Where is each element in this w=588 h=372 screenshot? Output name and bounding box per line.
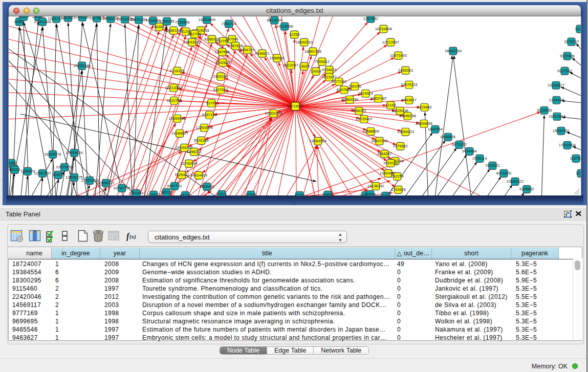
svg-text:7663822: 7663822: [152, 25, 167, 29]
svg-text:85200: 85200: [180, 193, 191, 196]
svg-text:7515546: 7515546: [175, 20, 190, 25]
svg-text:9227342: 9227342: [557, 69, 572, 73]
svg-text:19654988: 19654988: [168, 116, 185, 121]
svg-text:18807249: 18807249: [371, 139, 388, 143]
svg-text:3984067: 3984067: [377, 151, 392, 156]
svg-text:7955812: 7955812: [315, 59, 330, 64]
svg-text:1624514: 1624514: [358, 91, 373, 96]
svg-text:1292344: 1292344: [129, 191, 144, 195]
svg-text:9427512: 9427512: [213, 87, 228, 92]
svg-text:6466160: 6466160: [103, 16, 118, 21]
svg-text:6979197: 6979197: [452, 142, 467, 147]
svg-text:12353594: 12353594: [195, 125, 212, 130]
svg-text:16210643: 16210643: [549, 114, 565, 119]
svg-text:7986372: 7986372: [352, 108, 366, 113]
svg-text:9657791: 9657791: [167, 184, 182, 188]
svg-text:12033877: 12033877: [548, 83, 564, 87]
svg-text:12160: 12160: [385, 103, 396, 107]
svg-text:1063527: 1063527: [60, 16, 75, 20]
svg-text:93209: 93209: [18, 16, 29, 19]
svg-text:19218906: 19218906: [276, 24, 293, 29]
svg-text:18724007: 18724007: [287, 104, 304, 108]
svg-text:91700: 91700: [206, 101, 217, 105]
svg-text:13495758: 13495758: [399, 114, 416, 118]
svg-text:7485063: 7485063: [398, 68, 413, 73]
svg-text:8267130: 8267130: [202, 113, 217, 117]
svg-text:9463627: 9463627: [402, 98, 417, 102]
svg-text:12103: 12103: [576, 171, 581, 176]
svg-text:3215938: 3215938: [537, 108, 552, 113]
svg-text:17010504: 17010504: [559, 143, 576, 147]
svg-text:12975115: 12975115: [401, 82, 418, 87]
svg-text:9329986: 9329986: [560, 54, 575, 58]
svg-text:20364436: 20364436: [341, 97, 358, 102]
svg-text:8454749: 8454749: [240, 48, 255, 52]
svg-text:1516485: 1516485: [200, 184, 214, 189]
svg-text:1610755: 1610755: [167, 98, 182, 103]
svg-text:104921: 104921: [147, 192, 160, 196]
svg-text:1640954: 1640954: [428, 127, 443, 132]
svg-text:2935114: 2935114: [472, 156, 487, 161]
svg-text:10543382: 10543382: [183, 40, 200, 45]
svg-text:10807487: 10807487: [370, 96, 387, 101]
svg-text:12300273: 12300273: [265, 111, 282, 116]
svg-text:8938928: 8938928: [441, 135, 455, 139]
svg-text:7075692: 7075692: [393, 144, 408, 148]
svg-text:(x): (x): [129, 233, 136, 240]
svg-text:9245652: 9245652: [519, 187, 534, 191]
svg-text:12254: 12254: [289, 32, 300, 37]
svg-text:15720407: 15720407: [356, 117, 373, 121]
svg-text:1156829: 1156829: [20, 169, 35, 173]
svg-text:1615132: 1615132: [383, 161, 398, 165]
svg-text:9794024: 9794024: [322, 68, 337, 72]
svg-text:1575107: 1575107: [564, 39, 579, 44]
svg-text:6497505: 6497505: [337, 87, 352, 92]
svg-text:38554: 38554: [365, 192, 376, 196]
svg-text:13654923: 13654923: [397, 129, 414, 134]
svg-text:10782759: 10782759: [113, 186, 130, 190]
svg-text:9777169: 9777169: [332, 79, 346, 84]
svg-text:10671355: 10671355: [130, 17, 147, 22]
svg-text:1588520: 1588520: [270, 56, 285, 60]
svg-text:1244415: 1244415: [549, 98, 564, 102]
svg-text:1527602: 1527602: [89, 16, 104, 20]
svg-text:10688609: 10688609: [362, 129, 379, 134]
svg-text:12213967: 12213967: [382, 40, 399, 45]
svg-text:7632621: 7632621: [485, 163, 500, 168]
svg-text:18640910: 18640910: [296, 40, 313, 45]
svg-text:2718129: 2718129: [170, 69, 185, 73]
svg-text:10154808: 10154808: [375, 27, 392, 31]
svg-text:9242845: 9242845: [215, 60, 230, 65]
svg-text:8813054: 8813054: [267, 18, 282, 23]
svg-text:93855: 93855: [322, 192, 333, 196]
svg-text:2187682: 2187682: [363, 16, 378, 21]
svg-text:45200: 45200: [294, 193, 305, 196]
svg-text:1367568: 1367568: [215, 50, 230, 54]
svg-text:116753: 116753: [570, 156, 581, 161]
svg-text:17334: 17334: [380, 193, 391, 196]
svg-text:114519: 114519: [52, 172, 64, 177]
svg-text:67345: 67345: [246, 192, 256, 196]
svg-text:19166827: 19166827: [171, 131, 188, 136]
svg-text:2903144: 2903144: [213, 74, 228, 79]
svg-text:10958127: 10958127: [97, 181, 114, 185]
svg-text:17957253: 17957253: [81, 178, 98, 183]
svg-text:11172: 11172: [575, 27, 581, 31]
svg-text:952759: 952759: [188, 32, 201, 36]
svg-text:12942737: 12942737: [34, 171, 51, 176]
svg-text:19975857: 19975857: [56, 165, 73, 169]
svg-text:26206576: 26206576: [44, 152, 61, 157]
svg-text:17359924: 17359924: [66, 150, 82, 155]
svg-text:16961758: 16961758: [304, 49, 321, 54]
svg-text:10973493: 10973493: [390, 53, 407, 58]
svg-text:9474444: 9474444: [462, 149, 477, 154]
svg-text:16053809: 16053809: [198, 17, 215, 22]
svg-text:47021: 47021: [216, 192, 227, 196]
svg-text:7515546: 7515546: [146, 18, 161, 23]
svg-text:19904: 19904: [311, 69, 321, 74]
svg-text:7625402: 7625402: [175, 172, 189, 177]
svg-text:1498222: 1498222: [187, 149, 202, 154]
svg-text:14136141: 14136141: [367, 184, 384, 188]
svg-text:52019: 52019: [161, 190, 172, 194]
svg-text:5578334: 5578334: [194, 138, 209, 143]
